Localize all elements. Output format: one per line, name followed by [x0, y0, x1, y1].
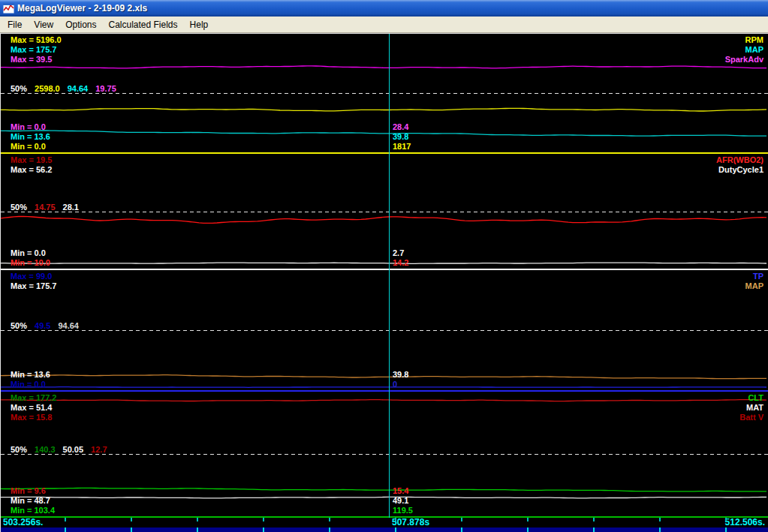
- mid-scale-value: 2598.0: [35, 84, 60, 93]
- trace-dutycycle1: [1, 263, 766, 263]
- mid-scale-value: 12.7: [91, 445, 107, 454]
- axis-tick: [197, 518, 198, 521]
- max-label: Max = 19.5: [11, 155, 52, 164]
- trace-clt: [1, 488, 766, 491]
- cursor-value: 2.7: [393, 248, 404, 257]
- graph-panel-1[interactable]: 50%2598.094.6419.75Max = 5196.0Max = 175…: [1, 34, 768, 154]
- fifty-percent-gridline: [1, 330, 768, 331]
- graph-panel-4[interactable]: 50%140.350.0512.7Max = 177.2Max = 51.4Ma…: [1, 392, 768, 518]
- cursor-value: 49.1: [393, 496, 408, 505]
- min-label: Min = 9.6: [11, 486, 46, 495]
- time-cursor-label: 507.878s: [392, 518, 429, 527]
- mid-scale-value: 50%: [11, 321, 27, 330]
- timeline-scrollbar[interactable]: [1, 527, 768, 532]
- mid-scale-value: 94.64: [68, 84, 89, 93]
- min-label: Min = 13.6: [11, 370, 50, 379]
- menu-options[interactable]: Options: [59, 17, 102, 32]
- max-label: Max = 175.7: [11, 45, 56, 54]
- graph-panel-2[interactable]: 50%14.7528.1Max = 19.5Max = 56.2AFR(WBO2…: [1, 154, 768, 270]
- scrollbar-tick: [263, 527, 264, 532]
- mid-scale-labels: 50%49.594.64: [11, 321, 79, 330]
- axis-tick: [593, 518, 595, 521]
- min-label: Min = 103.4: [11, 506, 55, 515]
- axis-tick: [659, 518, 661, 521]
- max-label: Max = 177.2: [11, 393, 56, 402]
- max-label: Max = 56.2: [11, 165, 52, 174]
- min-label: Min = 0.0: [11, 380, 46, 389]
- legend-map: MAP: [745, 45, 763, 54]
- trace-map: [1, 375, 766, 379]
- trace-afr-wbo2-: [1, 216, 766, 223]
- mid-scale-labels: 50%2598.094.6419.75: [11, 84, 116, 93]
- max-label: Max = 175.7: [11, 281, 56, 290]
- legend-afr-wbo2-: AFR(WBO2): [716, 155, 763, 164]
- time-axis: 503.256s. 507.878s 512.506s.: [1, 518, 768, 527]
- legend-dutycycle1: DutyCycle1: [718, 165, 763, 174]
- scrollbar-tick: [131, 527, 132, 532]
- legend-map: MAP: [745, 281, 763, 290]
- mid-scale-value: 50%: [11, 445, 27, 454]
- mid-scale-value: 14.75: [35, 203, 56, 212]
- min-label: Min = 0.0: [11, 122, 46, 131]
- axis-tick: [527, 518, 529, 521]
- cursor-value: 28.4: [393, 122, 408, 131]
- titlebar: MegaLogViewer - 2-19-09 2.xls: [0, 0, 768, 17]
- min-label: Min = 0.0: [11, 248, 46, 257]
- legend-sparkadv: SparkAdv: [725, 55, 763, 64]
- fifty-percent-gridline: [1, 454, 768, 455]
- max-label: Max = 51.4: [11, 403, 52, 412]
- max-label: Max = 39.5: [11, 55, 52, 64]
- axis-tick: [461, 518, 462, 521]
- mid-scale-value: 19.75: [95, 84, 116, 93]
- time-cursor-line[interactable]: [389, 34, 390, 518]
- cursor-value: 39.8: [393, 370, 408, 379]
- graph-panel-3[interactable]: 50%49.594.64Max = 99.0Max = 175.7TPMAPMi…: [1, 270, 768, 392]
- trace-tp: [1, 387, 766, 388]
- mid-scale-value: 94.64: [58, 321, 79, 330]
- axis-tick: [395, 518, 396, 521]
- min-label: Min = 48.7: [11, 496, 50, 505]
- mid-scale-value: 50.05: [63, 445, 84, 454]
- cursor-value: 119.5: [393, 506, 413, 515]
- mid-scale-labels: 50%14.7528.1: [11, 203, 79, 212]
- scrollbar-tick: [593, 527, 595, 532]
- max-label: Max = 99.0: [11, 272, 52, 281]
- legend-rpm: RPM: [745, 35, 763, 44]
- legend-clt: CLT: [748, 393, 763, 402]
- menu-help[interactable]: Help: [184, 17, 215, 32]
- graph-panels: 50%2598.094.6419.75Max = 5196.0Max = 175…: [1, 34, 768, 518]
- legend-tp: TP: [753, 272, 763, 281]
- app-icon[interactable]: [3, 3, 14, 14]
- legend-batt-v: Batt V: [739, 413, 763, 422]
- cursor-value: 0: [393, 380, 397, 389]
- menu-file[interactable]: File: [2, 17, 28, 32]
- menu-calculated-fields[interactable]: Calculated Fields: [103, 17, 184, 32]
- trace-batt-v: [1, 400, 766, 401]
- scrollbar-tick: [329, 527, 330, 532]
- axis-tick: [725, 518, 727, 521]
- axis-tick: [65, 518, 66, 521]
- scrollbar-tick: [461, 527, 462, 532]
- cursor-value: 39.8: [393, 132, 408, 141]
- chart-area: 50%2598.094.6419.75Max = 5196.0Max = 175…: [0, 33, 768, 532]
- min-label: Min = 13.6: [11, 132, 50, 141]
- scrollbar-tick: [527, 527, 529, 532]
- window-title: MegaLogViewer - 2-19-09 2.xls: [17, 3, 147, 14]
- trace-map: [1, 131, 766, 136]
- min-label: Min = 0.0: [11, 142, 46, 151]
- max-label: Max = 15.8: [11, 413, 52, 422]
- axis-tick: [131, 518, 132, 521]
- min-label: Min = 10.0: [11, 258, 50, 267]
- cursor-value: 1817: [393, 142, 411, 151]
- max-label: Max = 5196.0: [11, 35, 62, 44]
- scrollbar-tick: [197, 527, 198, 532]
- menu-view[interactable]: View: [28, 17, 59, 32]
- scrollbar-tick: [725, 527, 727, 532]
- mid-scale-value: 140.3: [35, 445, 56, 454]
- mid-scale-labels: 50%140.350.0512.7: [11, 445, 107, 454]
- app-window: MegaLogViewer - 2-19-09 2.xls FileViewOp…: [0, 0, 768, 532]
- menubar: FileViewOptionsCalculated FieldsHelp: [0, 17, 768, 33]
- scrollbar-tick: [395, 527, 396, 532]
- axis-tick: [329, 518, 330, 521]
- fifty-percent-gridline: [1, 93, 768, 94]
